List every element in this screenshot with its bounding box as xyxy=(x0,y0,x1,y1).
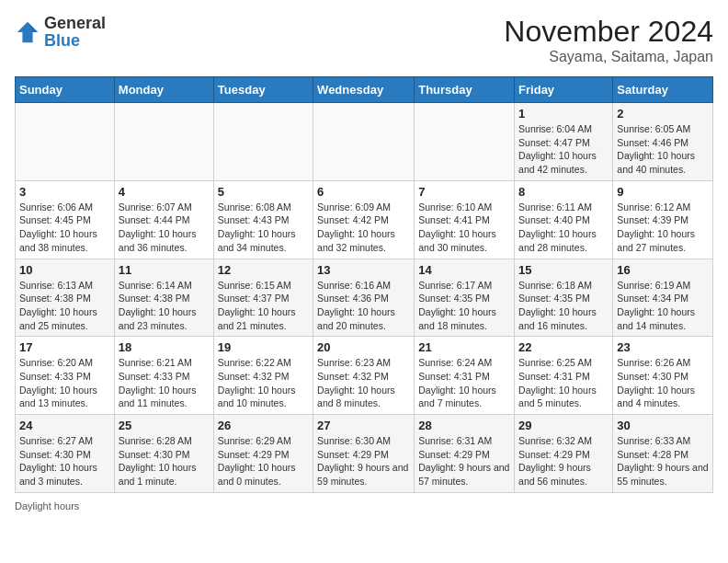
calendar-header-sunday: Sunday xyxy=(16,77,115,103)
calendar-week-4: 17Sunrise: 6:20 AM Sunset: 4:33 PM Dayli… xyxy=(16,337,713,415)
day-number: 28 xyxy=(418,419,510,432)
calendar-cell xyxy=(16,103,115,181)
day-info: Sunrise: 6:24 AM Sunset: 4:31 PM Dayligh… xyxy=(418,356,510,410)
calendar-cell: 23Sunrise: 6:26 AM Sunset: 4:30 PM Dayli… xyxy=(613,337,713,415)
day-info: Sunrise: 6:18 AM Sunset: 4:35 PM Dayligh… xyxy=(518,279,609,333)
calendar-cell: 4Sunrise: 6:07 AM Sunset: 4:44 PM Daylig… xyxy=(114,180,213,259)
calendar-cell xyxy=(313,103,415,181)
day-number: 2 xyxy=(617,107,709,121)
day-number: 9 xyxy=(617,185,709,199)
day-number: 1 xyxy=(518,107,609,121)
day-number: 27 xyxy=(317,419,410,432)
day-number: 25 xyxy=(119,419,210,432)
day-number: 23 xyxy=(617,340,709,354)
day-info: Sunrise: 6:16 AM Sunset: 4:36 PM Dayligh… xyxy=(317,279,410,333)
day-info: Sunrise: 6:17 AM Sunset: 4:35 PM Dayligh… xyxy=(418,279,510,333)
calendar-header-wednesday: Wednesday xyxy=(313,77,415,103)
day-number: 26 xyxy=(218,419,309,432)
calendar-cell: 27Sunrise: 6:30 AM Sunset: 4:29 PM Dayli… xyxy=(313,415,415,493)
calendar-cell: 19Sunrise: 6:22 AM Sunset: 4:32 PM Dayli… xyxy=(213,337,313,415)
calendar-cell: 17Sunrise: 6:20 AM Sunset: 4:33 PM Dayli… xyxy=(16,337,115,415)
day-number: 14 xyxy=(418,263,510,277)
day-info: Sunrise: 6:28 AM Sunset: 4:30 PM Dayligh… xyxy=(119,434,210,488)
calendar-cell: 21Sunrise: 6:24 AM Sunset: 4:31 PM Dayli… xyxy=(415,337,515,415)
day-number: 8 xyxy=(518,185,609,199)
calendar-cell xyxy=(213,103,313,181)
day-info: Sunrise: 6:08 AM Sunset: 4:43 PM Dayligh… xyxy=(218,201,309,255)
calendar-cell: 8Sunrise: 6:11 AM Sunset: 4:40 PM Daylig… xyxy=(515,180,613,259)
day-info: Sunrise: 6:04 AM Sunset: 4:47 PM Dayligh… xyxy=(518,122,609,177)
daylight-label: Daylight hours xyxy=(15,500,79,511)
calendar-cell: 28Sunrise: 6:31 AM Sunset: 4:29 PM Dayli… xyxy=(415,415,515,493)
title-block: November 2024 Sayama, Saitama, Japan xyxy=(504,15,713,65)
day-info: Sunrise: 6:29 AM Sunset: 4:29 PM Dayligh… xyxy=(218,434,309,488)
calendar-header-thursday: Thursday xyxy=(415,77,515,103)
day-info: Sunrise: 6:30 AM Sunset: 4:29 PM Dayligh… xyxy=(317,434,410,488)
day-number: 7 xyxy=(418,185,510,199)
calendar-week-3: 10Sunrise: 6:13 AM Sunset: 4:38 PM Dayli… xyxy=(16,259,713,337)
calendar-cell: 10Sunrise: 6:13 AM Sunset: 4:38 PM Dayli… xyxy=(16,259,115,337)
day-info: Sunrise: 6:26 AM Sunset: 4:30 PM Dayligh… xyxy=(617,356,709,410)
day-info: Sunrise: 6:23 AM Sunset: 4:32 PM Dayligh… xyxy=(317,356,410,410)
calendar-cell xyxy=(114,103,213,181)
page-subtitle: Sayama, Saitama, Japan xyxy=(504,49,713,65)
day-info: Sunrise: 6:09 AM Sunset: 4:42 PM Dayligh… xyxy=(317,201,410,255)
calendar-cell: 2Sunrise: 6:05 AM Sunset: 4:46 PM Daylig… xyxy=(613,103,713,181)
day-info: Sunrise: 6:11 AM Sunset: 4:40 PM Dayligh… xyxy=(518,201,609,255)
day-info: Sunrise: 6:27 AM Sunset: 4:30 PM Dayligh… xyxy=(19,434,110,488)
day-info: Sunrise: 6:05 AM Sunset: 4:46 PM Dayligh… xyxy=(617,122,709,177)
day-number: 11 xyxy=(119,263,210,277)
calendar-cell: 11Sunrise: 6:14 AM Sunset: 4:38 PM Dayli… xyxy=(114,259,213,337)
page-header: General Blue November 2024 Sayama, Saita… xyxy=(15,15,713,65)
calendar-cell: 20Sunrise: 6:23 AM Sunset: 4:32 PM Dayli… xyxy=(313,337,415,415)
day-info: Sunrise: 6:21 AM Sunset: 4:33 PM Dayligh… xyxy=(119,356,210,410)
day-number: 19 xyxy=(218,340,309,354)
calendar-cell: 26Sunrise: 6:29 AM Sunset: 4:29 PM Dayli… xyxy=(213,415,313,493)
day-number: 29 xyxy=(518,419,609,432)
day-number: 22 xyxy=(518,340,609,354)
calendar-cell: 30Sunrise: 6:33 AM Sunset: 4:28 PM Dayli… xyxy=(613,415,713,493)
calendar-cell: 3Sunrise: 6:06 AM Sunset: 4:45 PM Daylig… xyxy=(16,180,115,259)
logo-icon xyxy=(15,19,40,45)
logo-blue: Blue xyxy=(44,31,80,50)
day-info: Sunrise: 6:15 AM Sunset: 4:37 PM Dayligh… xyxy=(218,279,309,333)
calendar-cell: 22Sunrise: 6:25 AM Sunset: 4:31 PM Dayli… xyxy=(515,337,613,415)
logo: General Blue xyxy=(15,15,106,50)
calendar-cell: 1Sunrise: 6:04 AM Sunset: 4:47 PM Daylig… xyxy=(515,103,613,181)
logo-general: General xyxy=(44,14,106,32)
page-title: November 2024 xyxy=(504,15,713,49)
calendar-cell: 16Sunrise: 6:19 AM Sunset: 4:34 PM Dayli… xyxy=(613,259,713,337)
calendar-cell: 24Sunrise: 6:27 AM Sunset: 4:30 PM Dayli… xyxy=(16,415,115,493)
calendar-cell: 7Sunrise: 6:10 AM Sunset: 4:41 PM Daylig… xyxy=(415,180,515,259)
calendar-header-friday: Friday xyxy=(515,77,613,103)
day-number: 6 xyxy=(317,185,410,199)
day-info: Sunrise: 6:14 AM Sunset: 4:38 PM Dayligh… xyxy=(119,279,210,333)
calendar-cell: 25Sunrise: 6:28 AM Sunset: 4:30 PM Dayli… xyxy=(114,415,213,493)
day-number: 4 xyxy=(119,185,210,199)
calendar-cell: 6Sunrise: 6:09 AM Sunset: 4:42 PM Daylig… xyxy=(313,180,415,259)
day-info: Sunrise: 6:06 AM Sunset: 4:45 PM Dayligh… xyxy=(19,201,110,255)
calendar-week-2: 3Sunrise: 6:06 AM Sunset: 4:45 PM Daylig… xyxy=(16,180,713,259)
day-number: 18 xyxy=(119,340,210,354)
day-info: Sunrise: 6:20 AM Sunset: 4:33 PM Dayligh… xyxy=(19,356,110,410)
day-number: 30 xyxy=(617,419,709,432)
calendar-cell: 13Sunrise: 6:16 AM Sunset: 4:36 PM Dayli… xyxy=(313,259,415,337)
calendar-cell: 12Sunrise: 6:15 AM Sunset: 4:37 PM Dayli… xyxy=(213,259,313,337)
day-info: Sunrise: 6:22 AM Sunset: 4:32 PM Dayligh… xyxy=(218,356,309,410)
calendar-cell: 9Sunrise: 6:12 AM Sunset: 4:39 PM Daylig… xyxy=(613,180,713,259)
day-number: 12 xyxy=(218,263,309,277)
day-number: 21 xyxy=(418,340,510,354)
day-number: 3 xyxy=(19,185,110,199)
day-number: 10 xyxy=(19,263,110,277)
calendar-header-row: SundayMondayTuesdayWednesdayThursdayFrid… xyxy=(16,77,713,103)
day-info: Sunrise: 6:32 AM Sunset: 4:29 PM Dayligh… xyxy=(518,434,609,488)
calendar-week-1: 1Sunrise: 6:04 AM Sunset: 4:47 PM Daylig… xyxy=(16,103,713,181)
calendar-header-tuesday: Tuesday xyxy=(213,77,313,103)
day-info: Sunrise: 6:10 AM Sunset: 4:41 PM Dayligh… xyxy=(418,201,510,255)
day-number: 17 xyxy=(19,340,110,354)
day-number: 13 xyxy=(317,263,410,277)
calendar-cell: 18Sunrise: 6:21 AM Sunset: 4:33 PM Dayli… xyxy=(114,337,213,415)
calendar-cell: 5Sunrise: 6:08 AM Sunset: 4:43 PM Daylig… xyxy=(213,180,313,259)
day-number: 16 xyxy=(617,263,709,277)
calendar-cell: 14Sunrise: 6:17 AM Sunset: 4:35 PM Dayli… xyxy=(415,259,515,337)
